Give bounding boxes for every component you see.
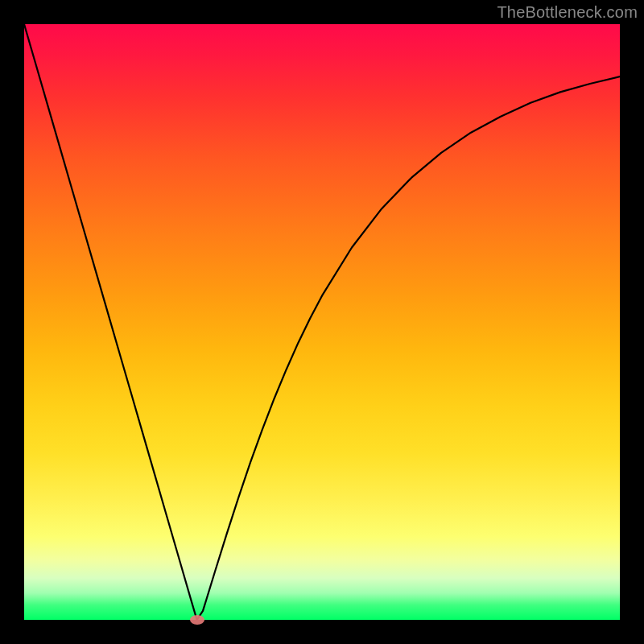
plot-area bbox=[24, 24, 620, 620]
bottleneck-curve bbox=[24, 24, 620, 620]
optimum-marker bbox=[190, 615, 204, 625]
chart-frame: TheBottleneck.com bbox=[0, 0, 644, 644]
watermark-text: TheBottleneck.com bbox=[497, 3, 638, 22]
